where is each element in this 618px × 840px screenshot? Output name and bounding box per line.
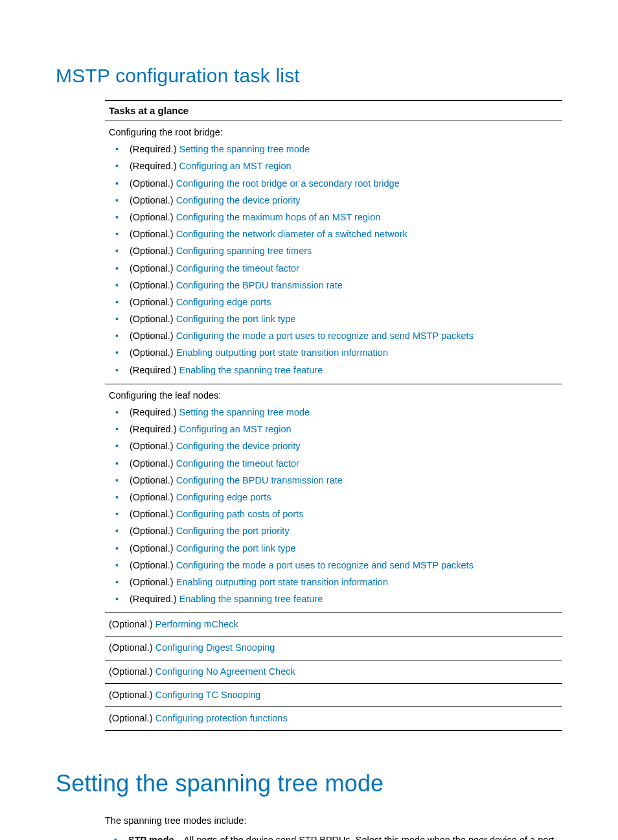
item-link[interactable]: Configuring the port priority <box>176 526 290 536</box>
item-prefix: (Required.) <box>130 144 179 154</box>
item-link[interactable]: Configuring path costs of ports <box>176 509 304 519</box>
table-row: (Optional.) Configuring No Agreement Che… <box>105 660 562 684</box>
list-item: (Optional.) Configuring the timeout fact… <box>123 456 558 471</box>
item-link[interactable]: Configuring the network diameter of a sw… <box>176 229 407 239</box>
list-item: (Optional.) Configuring the device prior… <box>123 193 558 208</box>
item-prefix: (Optional.) <box>130 560 176 570</box>
item-prefix: (Optional.) <box>130 543 176 554</box>
list-item: (Required.) Setting the spanning tree mo… <box>123 142 558 157</box>
item-prefix: (Optional.) <box>109 619 155 629</box>
modes-intro: The spanning tree modes include: <box>105 814 562 828</box>
item-link[interactable]: Enabling outputting port state transitio… <box>176 347 388 358</box>
item-prefix: (Optional.) <box>130 314 176 324</box>
item-link[interactable]: Configuring spanning tree timers <box>176 246 312 256</box>
list-item: (Optional.) Configuring the BPDU transmi… <box>123 473 558 488</box>
page: MSTP configuration task list Tasks at a … <box>0 0 618 840</box>
item-prefix: (Optional.) <box>109 642 155 653</box>
item-link[interactable]: Configuring the timeout factor <box>176 458 299 469</box>
item-prefix: (Optional.) <box>130 331 176 341</box>
item-prefix: (Optional.) <box>130 297 176 307</box>
list-item: (Optional.) Configuring the network diam… <box>123 227 558 242</box>
list-item: (Optional.) Configuring edge ports <box>123 490 558 505</box>
item-link[interactable]: Configuring the root bridge or a seconda… <box>176 178 400 189</box>
list-item: (Optional.) Configuring edge ports <box>123 295 558 310</box>
list-item: (Optional.) Configuring the BPDU transmi… <box>123 278 558 293</box>
item-link[interactable]: Configuring the port link type <box>176 543 296 554</box>
item-prefix: (Optional.) <box>130 526 176 536</box>
item-prefix: (Optional.) <box>130 263 176 274</box>
item-prefix: (Optional.) <box>130 195 176 205</box>
list-item: (Optional.) Configuring the port link ty… <box>123 541 558 556</box>
item-prefix: (Optional.) <box>109 666 155 677</box>
list-item: (Optional.) Configuring the maximum hops… <box>123 210 558 225</box>
item-prefix: (Required.) <box>130 407 179 417</box>
item-link[interactable]: Setting the spanning tree mode <box>179 407 310 417</box>
item-prefix: (Required.) <box>130 161 179 171</box>
leaf-nodes-intro: Configuring the leaf nodes: <box>109 388 558 403</box>
item-link[interactable]: Configuring the BPDU transmission rate <box>176 475 343 485</box>
table-cell-leaf-nodes: Configuring the leaf nodes: (Required.) … <box>105 384 562 613</box>
mode-name: STP mode <box>128 835 174 840</box>
item-prefix: (Optional.) <box>109 713 155 723</box>
root-bridge-list: (Required.) Setting the spanning tree mo… <box>109 142 558 378</box>
item-link[interactable]: Configuring edge ports <box>176 297 271 307</box>
list-item: (Optional.) Configuring the mode a port … <box>123 558 558 573</box>
mode-description: —All ports of the device send STP BPDUs.… <box>128 835 554 840</box>
list-item: (Optional.) Configuring the port link ty… <box>123 312 558 327</box>
item-link[interactable]: Performing mCheck <box>155 619 238 629</box>
item-link[interactable]: Enabling outputting port state transitio… <box>176 577 388 587</box>
table-row: (Optional.) Configuring Digest Snooping <box>105 636 562 660</box>
item-link[interactable]: Configuring the maximum hops of an MST r… <box>176 212 381 222</box>
item-link[interactable]: Configuring edge ports <box>176 492 271 502</box>
root-bridge-intro: Configuring the root bridge: <box>109 125 558 140</box>
table-row: (Optional.) Configuring TC Snooping <box>105 684 562 707</box>
item-prefix: (Optional.) <box>130 246 176 256</box>
table-header-row: Tasks at a glance <box>105 101 562 121</box>
item-link[interactable]: Configuring the port link type <box>176 314 296 324</box>
list-item: (Optional.) Configuring the timeout fact… <box>123 261 558 276</box>
list-item: (Optional.) Configuring the port priorit… <box>123 524 558 539</box>
table-row: (Optional.) Performing mCheck <box>105 613 562 636</box>
list-item: (Required.) Configuring an MST region <box>123 422 558 437</box>
item-link[interactable]: Configuring the BPDU transmission rate <box>176 280 343 290</box>
list-item: STP mode—All ports of the device send ST… <box>119 834 562 840</box>
section-heading-setting-mode: Setting the spanning tree mode <box>56 770 562 797</box>
list-item: (Required.) Enabling the spanning tree f… <box>123 592 558 607</box>
item-link[interactable]: Configuring an MST region <box>179 424 292 434</box>
item-prefix: (Optional.) <box>130 280 176 290</box>
item-prefix: (Optional.) <box>130 178 176 189</box>
item-link[interactable]: Configuring the mode a port uses to reco… <box>176 560 474 570</box>
item-prefix: (Optional.) <box>130 212 176 222</box>
item-prefix: (Optional.) <box>130 458 176 469</box>
list-item: (Optional.) Configuring path costs of po… <box>123 507 558 522</box>
item-link[interactable]: Configuring TC Snooping <box>155 690 261 700</box>
list-item: (Optional.) Enabling outputting port sta… <box>123 345 558 360</box>
item-link[interactable]: Configuring Digest Snooping <box>155 642 275 653</box>
leaf-nodes-list: (Required.) Setting the spanning tree mo… <box>109 405 558 607</box>
item-link[interactable]: Configuring the mode a port uses to reco… <box>176 331 474 341</box>
item-prefix: (Optional.) <box>130 347 176 358</box>
list-item: (Optional.) Enabling outputting port sta… <box>123 575 558 590</box>
item-prefix: (Required.) <box>130 365 179 375</box>
item-link[interactable]: Enabling the spanning tree feature <box>179 594 323 604</box>
item-link[interactable]: Enabling the spanning tree feature <box>179 365 323 375</box>
item-prefix: (Optional.) <box>130 229 176 239</box>
item-link[interactable]: Setting the spanning tree mode <box>179 144 310 154</box>
item-prefix: (Optional.) <box>130 509 176 519</box>
body-block: The spanning tree modes include: STP mod… <box>105 814 562 840</box>
tasks-table: Tasks at a glance Configuring the root b… <box>105 100 562 731</box>
item-link[interactable]: Configuring protection functions <box>155 713 288 723</box>
table-header-text: Tasks at a glance <box>109 105 189 116</box>
list-item: (Optional.) Configuring the mode a port … <box>123 329 558 344</box>
item-link[interactable]: Configuring the device priority <box>176 195 301 205</box>
item-link[interactable]: Configuring No Agreement Check <box>155 666 295 677</box>
item-link[interactable]: Configuring the timeout factor <box>176 263 299 274</box>
item-link[interactable]: Configuring an MST region <box>179 161 292 171</box>
item-prefix: (Optional.) <box>109 690 155 700</box>
item-prefix: (Required.) <box>130 424 179 434</box>
item-prefix: (Optional.) <box>130 475 176 485</box>
item-link[interactable]: Configuring the device priority <box>176 441 301 451</box>
item-prefix: (Required.) <box>130 594 179 604</box>
section-heading-mstp: MSTP configuration task list <box>56 65 562 87</box>
item-prefix: (Optional.) <box>130 577 176 587</box>
